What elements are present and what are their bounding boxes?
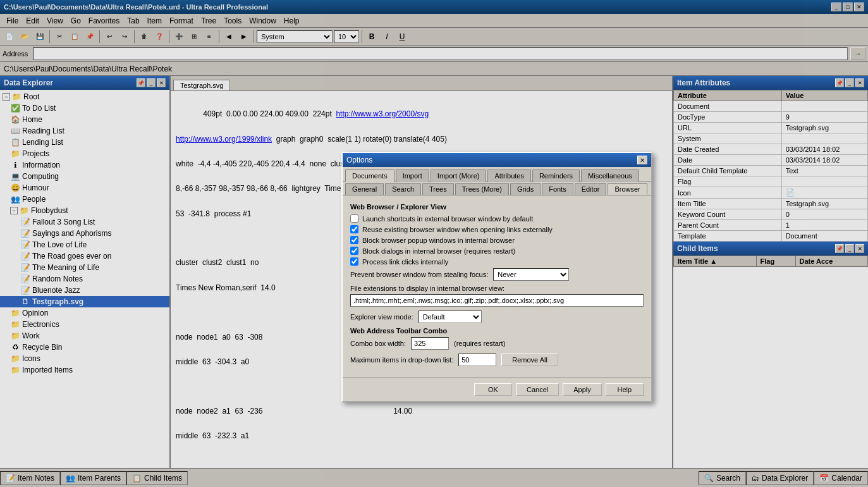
dialog-subtab-editor[interactable]: Editor bbox=[575, 183, 607, 195]
dialog-subtab-fonts[interactable]: Fonts bbox=[542, 183, 573, 195]
checkbox-process-links[interactable] bbox=[350, 257, 358, 266]
dialog-subtab-general[interactable]: General bbox=[345, 183, 384, 195]
explorer-mode-select[interactable]: Default Classic Modern bbox=[419, 311, 482, 323]
dialog-subtab-trees-more[interactable]: Trees (More) bbox=[455, 183, 509, 195]
checkbox-label-3: Block dialogs in internal browser (requi… bbox=[362, 247, 515, 255]
dialog-apply-button[interactable]: Apply bbox=[563, 383, 602, 396]
dialog-tab-attributes[interactable]: Attributes bbox=[487, 170, 530, 182]
checkbox-row-3: Block dialogs in internal browser (requi… bbox=[350, 247, 644, 255]
dialog-close-btn-container: ✕ bbox=[637, 156, 647, 164]
dialog-tab-reminders[interactable]: Reminders bbox=[532, 170, 580, 182]
dialog-close-button[interactable]: ✕ bbox=[637, 156, 647, 164]
dialog-titlebar: Options ✕ bbox=[343, 153, 651, 167]
checkbox-block-popups[interactable] bbox=[350, 236, 358, 244]
checkbox-label-1: Reuse existing browser window when openi… bbox=[362, 226, 553, 233]
dialog-section-title: Web Browser / Explorer View bbox=[350, 203, 644, 211]
dialog-buttons: OK Cancel Apply Help bbox=[343, 378, 651, 401]
dialog-subtab-grids[interactable]: Grids bbox=[510, 183, 541, 195]
dialog-main-tabs: Documents Import Import (More) Attribute… bbox=[343, 167, 651, 182]
prevent-browser-row: Prevent browser window from stealing foc… bbox=[350, 268, 644, 281]
file-ext-label: File extensions to display in internal b… bbox=[350, 285, 644, 292]
dialog-tab-import[interactable]: Import bbox=[396, 170, 429, 182]
dialog-title-text: Options bbox=[346, 156, 372, 164]
combo-width-row: Combo box width: (requires restart) bbox=[350, 337, 644, 350]
max-items-input[interactable] bbox=[458, 354, 496, 366]
dialog-subtab-trees[interactable]: Trees bbox=[422, 183, 454, 195]
combo-width-label: Combo box width: bbox=[350, 340, 406, 347]
dialog-ok-button[interactable]: OK bbox=[474, 383, 512, 396]
dialog-subtab-browser[interactable]: Browser bbox=[608, 183, 647, 195]
checkbox-row-2: Block browser popup windows in internal … bbox=[350, 236, 644, 244]
prevent-label: Prevent browser window from stealing foc… bbox=[350, 271, 488, 278]
dialog-overlay: Options ✕ Documents Import Import (More)… bbox=[0, 0, 868, 487]
checkbox-block-dialogs[interactable] bbox=[350, 247, 358, 255]
checkbox-row-1: Reuse existing browser window when openi… bbox=[350, 225, 644, 233]
file-ext-input[interactable] bbox=[350, 294, 644, 307]
checkbox-label-2: Block browser popup windows in internal … bbox=[362, 237, 515, 244]
checkbox-label-0: Launch shortcuts in external browser win… bbox=[362, 215, 533, 223]
checkbox-launch-shortcuts[interactable] bbox=[350, 214, 358, 223]
prevent-select[interactable]: Never Always When minimized bbox=[493, 268, 569, 281]
dialog-content: Web Browser / Explorer View Launch short… bbox=[343, 195, 651, 378]
options-dialog: Options ✕ Documents Import Import (More)… bbox=[341, 152, 652, 402]
dialog-subtab-search[interactable]: Search bbox=[385, 183, 421, 195]
dialog-sub-tabs: General Search Trees Trees (More) Grids … bbox=[343, 182, 651, 195]
dialog-tab-documents[interactable]: Documents bbox=[345, 170, 394, 182]
max-items-row: Maximum items in drop-down list: Remove … bbox=[350, 354, 644, 366]
explorer-mode-label: Explorer view mode: bbox=[350, 313, 413, 321]
checkbox-row-0: Launch shortcuts in external browser win… bbox=[350, 214, 644, 223]
combo-section-title: Web Address Toolbar Combo bbox=[350, 327, 644, 335]
remove-all-button[interactable]: Remove All bbox=[501, 354, 558, 366]
max-items-label: Maximum items in drop-down list: bbox=[350, 356, 453, 364]
dialog-help-button[interactable]: Help bbox=[606, 383, 644, 396]
dialog-tab-miscellaneous[interactable]: Miscellaneous bbox=[581, 170, 639, 182]
dialog-cancel-button[interactable]: Cancel bbox=[516, 383, 559, 396]
dialog-tab-import-more[interactable]: Import (More) bbox=[431, 170, 487, 182]
combo-width-input[interactable] bbox=[411, 337, 449, 350]
checkbox-row-4: Process link clicks internally bbox=[350, 257, 644, 266]
combo-width-suffix: (requires restart) bbox=[454, 340, 505, 347]
explorer-mode-row: Explorer view mode: Default Classic Mode… bbox=[350, 311, 644, 323]
checkbox-label-4: Process link clicks internally bbox=[362, 258, 448, 266]
checkbox-reuse-browser[interactable] bbox=[350, 225, 358, 233]
